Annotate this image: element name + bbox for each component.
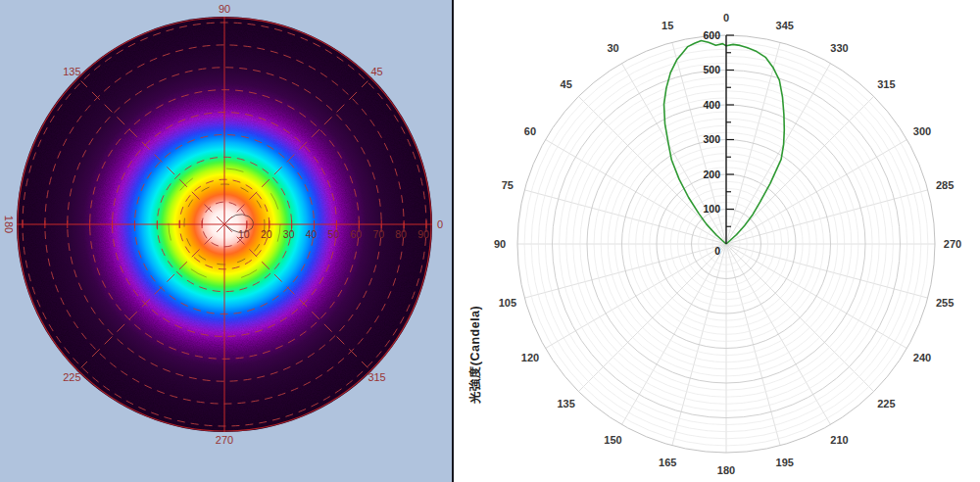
polar-chart-canvas: 0100200300400500600015304560759010512013… (454, 0, 980, 482)
angle-label: 345 (776, 20, 794, 31)
dual-polar-chart-view: 04590135180225270315102030405060708090 0… (0, 0, 980, 482)
angle-label: 165 (659, 457, 676, 468)
angle-label: 90 (494, 238, 506, 250)
angle-label: 180 (3, 216, 15, 233)
angle-label: 135 (557, 398, 574, 410)
angle-label: 270 (944, 238, 961, 250)
angle-label: 300 (913, 125, 931, 137)
radial-tick-label: 70 (372, 228, 384, 240)
angle-label: 0 (437, 218, 443, 230)
angle-label: 45 (561, 78, 572, 90)
angle-label: 105 (499, 297, 516, 309)
radial-axis-label: 200 (703, 169, 720, 180)
candela-polar-panel: 0100200300400500600015304560759010512013… (454, 0, 980, 482)
radial-tick-label: 30 (283, 228, 295, 240)
intensity-curve (664, 41, 785, 245)
radial-tick-label: 20 (261, 228, 272, 240)
intensity-heatmap-panel: 04590135180225270315102030405060708090 (0, 0, 452, 482)
radial-tick-label: 80 (395, 228, 407, 240)
angle-label: 195 (776, 457, 794, 468)
angle-label: 255 (936, 297, 954, 309)
heatmap-canvas: 04590135180225270315102030405060708090 (0, 0, 452, 482)
radial-axis-label: 300 (703, 133, 720, 145)
angle-label: 30 (607, 42, 618, 54)
radial-tick-label: 10 (238, 228, 250, 240)
angle-label: 45 (370, 66, 382, 77)
radial-axis (726, 35, 734, 244)
angle-label: 225 (877, 398, 895, 410)
angle-label: 270 (216, 434, 233, 446)
angle-label: 60 (524, 125, 536, 137)
radial-tick-label: 50 (328, 228, 340, 240)
angle-label: 330 (830, 42, 848, 54)
angle-label: 90 (219, 3, 230, 15)
radial-tick-label: 40 (306, 228, 318, 240)
radial-tick-label: 60 (350, 228, 362, 240)
radial-axis-label: 100 (703, 203, 720, 215)
radial-axis-label: 400 (703, 99, 720, 111)
radial-axis-label: 0 (714, 245, 720, 257)
angle-label: 285 (936, 179, 954, 191)
angle-label: 150 (604, 434, 621, 446)
angle-label: 75 (502, 179, 514, 191)
angle-label: 135 (63, 66, 80, 77)
radial-axis-title: 光強度(Candela) (467, 306, 484, 404)
radial-axis-label: 500 (703, 64, 720, 75)
angle-label: 315 (877, 78, 895, 90)
angle-label: 240 (913, 352, 931, 363)
angle-label: 120 (521, 352, 539, 363)
angle-label: 225 (63, 371, 80, 383)
angle-label: 0 (723, 12, 729, 24)
radial-axis-label: 600 (703, 29, 720, 41)
angle-label: 210 (830, 434, 848, 446)
radial-tick-labels: 102030405060708090 (238, 228, 429, 240)
radial-tick-label: 90 (417, 228, 429, 240)
angle-label: 180 (717, 464, 735, 476)
angle-label: 315 (368, 371, 385, 383)
angle-label: 15 (662, 20, 673, 31)
